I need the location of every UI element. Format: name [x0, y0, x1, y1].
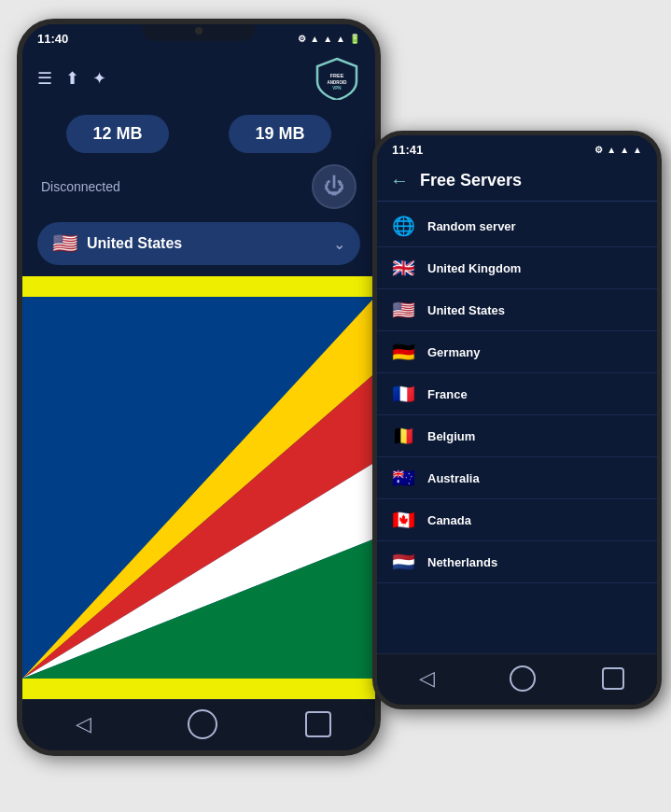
server-name-random: Random server — [427, 219, 516, 233]
server-item-uk[interactable]: 🇬🇧United Kingdom — [377, 247, 657, 289]
seychelles-svg-flag — [22, 297, 375, 679]
server-item-fr[interactable]: 🇫🇷France — [377, 373, 657, 415]
server-item-au[interactable]: 🇦🇺Australia — [377, 457, 657, 499]
server-name-uk: United Kingdom — [427, 261, 521, 275]
server-flag-ca: 🇨🇦 — [390, 509, 416, 531]
screen-title: Free Servers — [420, 171, 522, 190]
phone2-status-icons: ⚙ ▲ ▲ ▲ — [594, 145, 642, 155]
phone1-status-icons: ⚙ ▲ ▲ ▲ 🔋 — [298, 34, 360, 44]
data-stats-row: 12 MB 19 MB — [22, 104, 375, 161]
server-flag-au: 🇦🇺 — [390, 467, 416, 489]
phone2-bottom-nav: ◁ — [377, 653, 657, 705]
notification-icon: ▲ — [310, 34, 319, 44]
power-button[interactable]: ⏻ — [312, 164, 356, 209]
settings-icon: ⚙ — [298, 34, 306, 44]
server-name-fr: France — [427, 387, 468, 401]
chevron-down-icon: ⌄ — [333, 235, 345, 253]
server-flag-nl: 🇳🇱 — [390, 551, 416, 573]
phone1-main: ☰ ⬆ ✦ FREE ANDROID VPN 12 MB 19 MB Disco… — [22, 49, 375, 699]
server-flag-uk: 🇬🇧 — [390, 257, 416, 279]
server-item-random[interactable]: 🌐Random server — [377, 205, 657, 247]
selected-country-name: United States — [87, 235, 324, 252]
app-logo: FREE ANDROID VPN — [314, 57, 360, 100]
star-icon[interactable]: ✦ — [92, 68, 106, 89]
country-selector[interactable]: 🇺🇸 United States ⌄ — [37, 222, 360, 265]
server-name-au: Australia — [427, 471, 480, 485]
server-flag-be: 🇧🇪 — [390, 425, 416, 447]
phone1-header: ☰ ⬆ ✦ FREE ANDROID VPN — [22, 49, 375, 104]
server-name-nl: Netherlands — [427, 555, 497, 569]
back-nav-button2[interactable]: ◁ — [410, 662, 443, 695]
home-nav-button2[interactable] — [510, 665, 536, 692]
server-name-de: Germany — [427, 345, 480, 359]
seychelles-flag-area — [22, 297, 375, 679]
yellow-stripe-top — [22, 276, 375, 297]
server-name-us: United States — [427, 303, 505, 317]
server-item-ca[interactable]: 🇨🇦Canada — [377, 499, 657, 541]
back-button[interactable]: ← — [390, 170, 409, 191]
country-flag-display — [22, 276, 375, 699]
connection-status-text: Disconnected — [41, 179, 120, 194]
settings-icon2: ⚙ — [594, 145, 603, 155]
server-item-be[interactable]: 🇧🇪Belgium — [377, 415, 657, 457]
wifi-icon2: ▲ — [620, 145, 629, 155]
header-left-icons: ☰ ⬆ ✦ — [37, 68, 106, 89]
upload-stat: 19 MB — [229, 115, 330, 153]
yellow-stripe-bottom — [22, 679, 375, 699]
svg-text:ANDROID: ANDROID — [328, 80, 348, 85]
svg-text:FREE: FREE — [330, 73, 344, 78]
server-item-us[interactable]: 🇺🇸United States — [377, 289, 657, 331]
recents-nav-button2[interactable] — [602, 667, 624, 690]
shield-logo-icon: FREE ANDROID VPN — [314, 57, 360, 100]
phone2-status-bar: 11:41 ⚙ ▲ ▲ ▲ — [377, 135, 657, 161]
menu-icon[interactable]: ☰ — [37, 68, 52, 89]
server-item-nl[interactable]: 🇳🇱Netherlands — [377, 541, 657, 583]
server-name-be: Belgium — [427, 429, 475, 443]
home-nav-button[interactable] — [188, 709, 217, 739]
share-icon[interactable]: ⬆ — [65, 68, 79, 89]
server-flag-de: 🇩🇪 — [390, 341, 416, 363]
server-list: 🌐Random server🇬🇧United Kingdom🇺🇸United S… — [377, 202, 657, 653]
server-flag-random: 🌐 — [390, 215, 416, 237]
download-stat: 12 MB — [66, 115, 168, 153]
server-list-header: ← Free Servers — [377, 161, 657, 202]
notification-icon2: ▲ — [607, 145, 616, 155]
wifi-icon: ▲ — [323, 34, 332, 44]
svg-text:VPN: VPN — [332, 86, 341, 91]
server-item-de[interactable]: 🇩🇪Germany — [377, 331, 657, 373]
connection-status-row: Disconnected ⏻ — [22, 161, 375, 217]
recents-nav-button[interactable] — [305, 711, 331, 737]
server-name-ca: Canada — [427, 513, 471, 527]
signal-icon: ▲ — [336, 34, 345, 44]
battery-icon: 🔋 — [349, 34, 360, 44]
server-flag-us: 🇺🇸 — [390, 299, 416, 321]
phone1-device: 11:40 ⚙ ▲ ▲ ▲ 🔋 ☰ ⬆ ✦ FREE ANDROID VPN — [17, 19, 381, 756]
back-nav-button[interactable]: ◁ — [66, 707, 100, 741]
signal-icon2: ▲ — [633, 145, 642, 155]
server-flag-fr: 🇫🇷 — [390, 383, 416, 405]
phone1-time: 11:40 — [37, 32, 68, 46]
phone2-device: 11:41 ⚙ ▲ ▲ ▲ ← Free Servers 🌐Random ser… — [372, 131, 662, 709]
phone2-time: 11:41 — [392, 143, 423, 157]
selected-country-flag: 🇺🇸 — [52, 231, 77, 256]
phone1-bottom-nav: ◁ — [22, 699, 375, 750]
phone2-main: ← Free Servers 🌐Random server🇬🇧United Ki… — [377, 161, 657, 653]
